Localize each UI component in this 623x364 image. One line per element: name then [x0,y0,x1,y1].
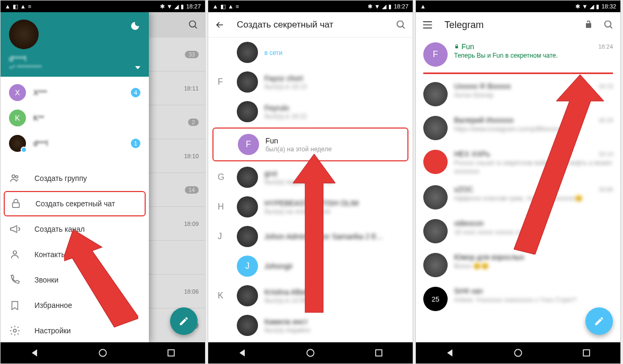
chat-preview: Arlene: Уxxxxxxx сниxxxxxx x Yxxx Стрит? [454,296,613,305]
contact-row[interactable]: Камила инстбыл(а) недавно [208,311,413,340]
contact-row[interactable]: Ggrotбыл(а) недавно в 20:42 [208,162,413,192]
user-avatar[interactable] [9,20,39,49]
settings-item[interactable]: Настройки [1,318,149,343]
chat-time: 18:06 [598,186,613,193]
highlight-secret-chat: Создать секретный чат [4,191,146,216]
new-secret-chat-item[interactable]: Создать секретный чат [5,192,145,215]
drawer-header[interactable]: d****l +* ********** [1,12,149,77]
signal-icon: ◢ [174,3,179,10]
picker-header: Создать секретный чат [208,12,413,38]
bookmark-icon [9,299,21,311]
contact-name: Fun [265,136,332,145]
chat-list[interactable]: F Fun 18:24 Теперь Вы и Fun в секретном … [416,38,620,342]
chat-row[interactable]: Uxxxxx R Bxxxxx18:19Антон блогер [416,77,620,111]
item-label: Настройки [34,326,71,335]
clock: 18:27 [186,3,201,10]
contact-name: Камила инст [264,317,310,326]
back-button[interactable] [237,348,247,358]
avatar [423,185,448,210]
drawer-account[interactable]: X X*** 4 [1,80,149,105]
notif-icon: ≡ [28,3,31,10]
moon-icon[interactable] [130,21,140,31]
status-bar: ▲ ◧ ▲ ≡ ✱ ▼ ◢ ▮ 18:27 [1,1,205,12]
saved-item[interactable]: Избранное [1,293,149,318]
home-button[interactable] [305,348,316,358]
svg-rect-3 [13,203,20,207]
contact-status: был(а) на этой неделе [264,208,359,215]
chat-name: НЕX XXPь [454,150,490,158]
contact-row[interactable]: KKristina Albergesбыл(а) в 14:56 [208,281,413,311]
search-icon[interactable] [396,20,406,30]
chat-preview: Антон блогер [454,92,613,100]
chat-row[interactable]: xZOC18:06Aффxxxx классав сума, топовые x… [416,180,620,214]
chat-preview: 18 xxxx xxxxx xxxxxx xxxxxxxx [454,229,613,237]
contact-row[interactable]: FFunбыл(а) на этой неделе [213,129,407,160]
chat-row[interactable]: Юмор для взрослыхВоxxx 😊😊 [416,248,620,282]
highlight-underline [423,72,613,74]
drawer-account[interactable]: d***l 1 [1,131,149,156]
contact-row[interactable]: FFayoz chortбыл(а) в 18:13 [208,67,413,97]
recent-button[interactable] [166,348,176,358]
svg-point-11 [605,21,611,28]
calls-item[interactable]: Звонки [1,267,149,293]
item-label: Контакты [34,250,66,259]
notif-icon: ▲ [20,3,26,10]
chat-time: 18:19 [598,83,613,89]
chat-row[interactable]: videocon18 xxxx xxxxx xxxxxx xxxxxxxx [416,214,620,248]
contact-name: HYPEBEAST SOTISH OLIM [264,199,359,207]
contact-row[interactable]: HHYPEBEAST SOTISH OLIMбыл(а) на этой нед… [208,192,413,222]
contact-list[interactable]: в сетиFFayoz chortбыл(а) в 18:13Feyruloб… [208,38,413,342]
chat-row[interactable]: Baлерий Иxxxxxx18:18https://www.instagra… [416,111,620,145]
bg-time: 18:06 [184,288,199,295]
user-name: d****l [9,54,140,63]
section-letter: F [218,77,223,87]
home-button[interactable] [513,348,523,358]
section-letter: J [218,232,222,241]
back-button[interactable] [29,348,40,358]
item-label: Создать секретный чат [35,199,115,208]
account-name: d***l [33,139,48,148]
secret-chat-row[interactable]: F Fun 18:24 Теперь Вы и Fun в секретном … [416,38,620,71]
android-nav-bar [208,342,413,363]
search-icon[interactable] [603,20,614,30]
chat-name: Baлерий Иxxxxxx [454,116,513,124]
bluetooth-icon: ✱ [160,3,165,10]
home-button[interactable] [97,348,108,358]
chat-time: 18:14 [598,151,613,157]
new-channel-item[interactable]: Создать канал [1,216,149,242]
chat-time: 18:24 [598,43,613,50]
badge: 4 [131,88,140,97]
contact-name: Johon Administrator Samarika 2 E... [264,232,382,241]
chevron-down-icon[interactable] [135,66,140,69]
notif-icon: ◧ [13,3,18,10]
chat-row[interactable]: НЕX XXPь18:14Рxxxxx сньхет в секретном в… [416,145,620,180]
svg-rect-13 [583,350,590,356]
drawer-account[interactable]: K K** [1,105,149,131]
contact-row[interactable]: Feyruloбыл(а) в 16:22 [208,97,413,126]
recent-button[interactable] [373,348,384,358]
svg-point-9 [307,349,314,356]
contacts-item[interactable]: Контакты [1,242,149,267]
avatar [237,196,258,217]
compose-fab[interactable] [585,307,613,335]
contact-row[interactable]: JJohon Administrator Samarika 2 E... [208,222,413,251]
hamburger-icon[interactable] [422,21,433,29]
unlock-icon[interactable] [583,20,594,30]
recent-button[interactable] [581,348,592,358]
compose-fab[interactable] [170,307,198,335]
item-label: Создать канал [34,225,85,233]
contact-row[interactable]: JJohongir [208,251,413,281]
new-group-item[interactable]: Создать группу [1,166,149,191]
svg-rect-10 [376,350,382,356]
gear-icon [9,325,21,336]
avatar [237,101,258,122]
avatar [423,253,448,277]
avatar [237,285,258,306]
account-name: K** [33,114,44,122]
avatar [237,226,258,247]
back-arrow-icon[interactable] [215,20,225,30]
avatar [423,150,448,174]
back-button[interactable] [444,348,455,358]
contact-row[interactable]: в сети [208,38,413,67]
svg-point-6 [99,349,106,356]
